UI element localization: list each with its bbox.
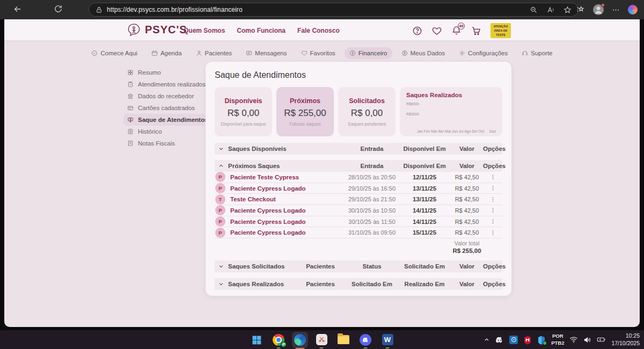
browser-refresh-button[interactable] xyxy=(54,4,63,13)
language-indicator[interactable]: POR PTB2 xyxy=(551,333,564,346)
clock-date: 17/10/2025 xyxy=(611,340,640,347)
section-proximos-saques[interactable]: Próximos Saques Entrada Disponível Em Va… xyxy=(215,160,502,172)
table-row[interactable]: PPaciente Cypress Logado 29/10/25 às 16:… xyxy=(215,183,502,194)
chevron-down-icon[interactable] xyxy=(218,264,224,269)
row-options-kebab-icon[interactable] xyxy=(483,173,502,180)
read-aloud-icon[interactable] xyxy=(546,6,555,14)
file-explorer-icon[interactable] xyxy=(335,330,352,349)
address-bar[interactable]: https://dev.psycs.com.br/profissional/fi… xyxy=(89,3,579,17)
headset-icon xyxy=(522,50,528,56)
tray-chevron-up-icon[interactable] xyxy=(484,337,490,343)
table-row[interactable]: PPaciente Cypress Logado 31/10/25 às 09:… xyxy=(215,227,502,238)
tab-meus-dados[interactable]: Meus Dados xyxy=(397,47,450,59)
summary-cards: Disponíveis R$ 0,00 Disponível para saqu… xyxy=(215,87,502,136)
row-options-kebab-icon[interactable] xyxy=(483,218,502,225)
wifi-icon[interactable] xyxy=(569,336,578,343)
help-icon[interactable] xyxy=(412,26,422,36)
site-header: PSYC'S Quem Somos Como Funciona Fale Con… xyxy=(4,19,640,41)
test-environment-badge: ATENÇÃO ÁREA DE TESTE xyxy=(491,23,511,38)
document-icon xyxy=(127,128,134,135)
tray-discord-icon[interactable] xyxy=(495,337,504,343)
receipt-icon xyxy=(127,140,134,147)
word-taskbar-icon[interactable]: W xyxy=(379,330,396,349)
tab-comece-aqui[interactable]: Comece Aqui xyxy=(86,47,142,59)
favorite-star-icon[interactable] xyxy=(564,6,572,14)
row-options-kebab-icon[interactable] xyxy=(483,196,502,203)
snipping-tool-icon[interactable] xyxy=(313,330,330,349)
profile-notification-dot xyxy=(601,3,605,7)
card-saques-realizados-chart[interactable]: Saques Realizados R$6000 R$3000 JanFevMa… xyxy=(400,87,502,136)
tray-dell-icon[interactable] xyxy=(509,336,518,344)
card-proximos[interactable]: Próximos R$ 255,00 Futuras saques xyxy=(276,87,334,136)
tab-configuracoes[interactable]: Configurações xyxy=(454,47,513,59)
browser-toolbar: https://dev.psycs.com.br/profissional/fi… xyxy=(0,0,644,19)
tray-mcafee-icon[interactable] xyxy=(523,335,532,345)
discord-taskbar-icon[interactable] xyxy=(357,330,374,349)
chevron-down-icon[interactable] xyxy=(218,281,224,287)
section-saques-realizados[interactable]: Saques Realizados Pacientes Solicitado E… xyxy=(215,278,502,290)
person-icon xyxy=(196,50,202,56)
battery-icon[interactable] xyxy=(597,336,606,343)
tab-favoritos[interactable]: Favoritos xyxy=(296,47,340,59)
sidebar-item-dados-do-recebedor[interactable]: Dados do recebedor xyxy=(123,90,205,102)
tab-pacientes[interactable]: Pacientes xyxy=(191,47,237,59)
row-options-kebab-icon[interactable] xyxy=(483,185,502,192)
sidebar-item-cartoes-cadastrados[interactable]: Cartões cadastrados xyxy=(123,102,205,114)
avatar: P xyxy=(215,205,225,215)
brand-name[interactable]: PSYC'S xyxy=(145,24,187,36)
windows-taskbar: P W POR xyxy=(0,330,644,349)
cart-icon[interactable] xyxy=(471,26,481,36)
notifications-bell-icon[interactable]: 40 xyxy=(451,25,462,36)
avatar: P xyxy=(215,228,225,238)
favorites-bar-icon[interactable] xyxy=(576,5,585,14)
volume-icon[interactable] xyxy=(583,336,591,344)
card-disponiveis[interactable]: Disponíveis R$ 0,00 Disponível para saqu… xyxy=(215,87,272,136)
tab-agenda[interactable]: Agenda xyxy=(147,47,187,59)
section-saques-solicitados[interactable]: Saques Solicitados Pacientes Status Soli… xyxy=(215,260,502,272)
tab-suporte[interactable]: Suporte xyxy=(517,47,557,59)
sidebar-item-historico[interactable]: Histórico xyxy=(123,126,205,137)
chevron-down-icon[interactable] xyxy=(218,146,224,151)
table-row[interactable]: PPaciente Teste Cypress 28/10/25 às 20:5… xyxy=(215,172,502,183)
sidebar-item-resumo[interactable]: Resumo xyxy=(123,67,205,78)
tab-financeiro[interactable]: Financeiro xyxy=(345,47,392,59)
nav-como-funciona[interactable]: Como Funciona xyxy=(237,27,286,34)
chart-ylabel-3000: R$3000 xyxy=(406,112,496,116)
tray-windows-security-icon[interactable] xyxy=(537,335,546,345)
section-saques-disponiveis[interactable]: Saques Disponíveis Entrada Disponível Em… xyxy=(215,143,502,155)
sidebar-item-saque-de-atendimentos[interactable]: Saque de Atendimentos xyxy=(123,114,205,126)
copilot-icon[interactable] xyxy=(628,5,638,14)
browser-back-button[interactable] xyxy=(13,4,23,14)
nav-quem-somos[interactable]: Quem Somos xyxy=(184,27,225,34)
sidebar-item-atendimentos-realizados[interactable]: Atendimentos realizados xyxy=(123,78,205,90)
chrome-taskbar-icon[interactable]: P xyxy=(270,330,287,349)
table-row[interactable]: PPaciente Cypress Logado 30/10/25 às 10:… xyxy=(215,205,502,216)
tab-mensagens[interactable]: Mensagens xyxy=(241,47,291,59)
clock-time: 10:25 xyxy=(611,332,640,340)
chevron-up-icon[interactable] xyxy=(218,163,224,169)
avatar: T xyxy=(215,194,225,205)
message-icon xyxy=(246,50,252,56)
taskbar-clock[interactable]: 10:25 17/10/2025 xyxy=(611,332,640,347)
total-label: Valor total xyxy=(451,240,483,246)
table-row[interactable]: TTeste Checkout 29/10/25 às 21:50 13/11/… xyxy=(215,194,502,205)
security-check-dot xyxy=(543,341,547,345)
browser-menu-icon[interactable] xyxy=(612,6,620,14)
total-value: R$ 255,00 xyxy=(451,248,483,254)
card-solicitados[interactable]: Solicitados R$ 0,00 Saques pendentes xyxy=(338,87,396,136)
notification-count-badge: 40 xyxy=(458,23,465,30)
browser-profile-avatar[interactable] xyxy=(593,4,604,15)
row-options-kebab-icon[interactable] xyxy=(483,229,502,236)
bank-icon xyxy=(127,93,134,99)
person-circle-icon xyxy=(401,50,408,56)
nav-fale-conosco[interactable]: Fale Conosco xyxy=(297,27,340,34)
saque-panel: Saque de Atendimentos Disponíveis R$ 0,0… xyxy=(206,62,511,296)
row-options-kebab-icon[interactable] xyxy=(483,207,502,214)
avatar: P xyxy=(215,183,225,193)
zoom-search-icon[interactable] xyxy=(530,6,538,14)
edge-taskbar-icon[interactable] xyxy=(292,332,308,348)
sidebar-item-notas-fiscais[interactable]: Notas Fiscais xyxy=(123,137,205,149)
favorites-heart-icon[interactable] xyxy=(431,26,442,36)
table-row[interactable]: PPaciente Cypress Logado 30/10/25 às 11:… xyxy=(215,216,502,228)
start-button[interactable] xyxy=(248,330,265,349)
